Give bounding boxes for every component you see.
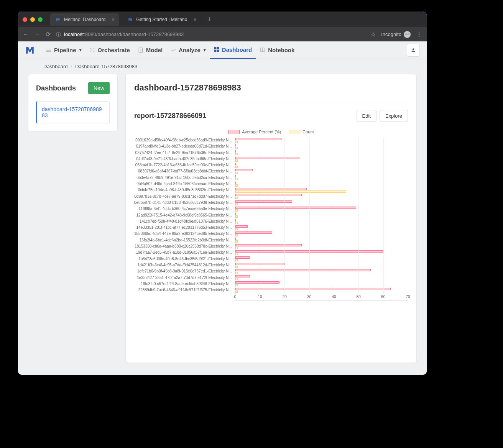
bar-avg-percent[interactable] — [235, 256, 250, 259]
url-field[interactable]: ⓘ localhost:8080/dashboard/dashboard-157… — [56, 31, 365, 38]
maximize-window-button[interactable] — [38, 17, 43, 22]
nav-analyze[interactable]: Analyze▾ — [166, 41, 210, 59]
tab-close-icon[interactable]: × — [112, 16, 115, 23]
bar-count[interactable] — [235, 272, 238, 274]
bar-avg-percent[interactable] — [235, 244, 302, 246]
bar-avg-percent[interactable] — [235, 219, 236, 222]
new-tab-button[interactable]: + — [207, 15, 212, 23]
explore-button[interactable]: Explore — [380, 110, 408, 122]
bar-count[interactable] — [235, 278, 238, 280]
dashboard-list-item[interactable]: dashboard-1572878698983 — [36, 101, 110, 123]
back-button[interactable]: ← — [23, 31, 29, 38]
new-dashboard-button[interactable]: New — [88, 82, 110, 94]
bar-avg-percent[interactable] — [235, 200, 292, 203]
grid-line — [309, 137, 310, 293]
grid-line — [284, 137, 285, 293]
nav-pipeline[interactable]: Pipeline▾ — [42, 41, 85, 59]
bar-avg-percent[interactable] — [235, 225, 248, 228]
nav-notebook[interactable]: Notebook — [256, 41, 298, 59]
bar-row — [235, 206, 408, 212]
edit-button[interactable]: Edit — [357, 110, 376, 122]
close-window-button[interactable] — [23, 17, 27, 22]
browser-tab-active[interactable]: M Meltano: Dashboard × — [50, 13, 119, 26]
bar-avg-percent[interactable] — [235, 144, 236, 146]
tab-bar: M Meltano: Dashboard × M Getting Started… — [18, 11, 427, 27]
bar-count[interactable] — [235, 209, 238, 212]
bar-count[interactable] — [235, 166, 238, 168]
x-axis: 010203040506070 — [235, 293, 408, 300]
bar-avg-percent[interactable] — [235, 269, 371, 271]
bar-avg-percent[interactable] — [235, 188, 307, 190]
bar-count[interactable] — [235, 184, 238, 187]
bar-count[interactable] — [235, 284, 238, 286]
y-axis-label: 0b3e4a72-48b9-491e-91cf-160dcfe5d2ca-Ele… — [134, 175, 232, 181]
forward-button[interactable]: → — [34, 31, 40, 38]
bar-avg-percent[interactable] — [235, 207, 356, 209]
bar-count[interactable] — [235, 197, 238, 199]
bar-avg-percent[interactable] — [235, 175, 236, 177]
legend-item[interactable]: Average Percent (%) — [228, 130, 281, 134]
bar-count[interactable] — [235, 178, 238, 180]
legend-item[interactable]: Count — [289, 130, 314, 134]
bar-count[interactable] — [235, 290, 238, 293]
tab-close-icon[interactable]: × — [193, 16, 196, 23]
svg-rect-10 — [214, 47, 216, 49]
browser-menu-button[interactable]: ⋮ — [416, 31, 422, 38]
bar-avg-percent[interactable] — [235, 157, 299, 159]
report-title: report-1572878666091 — [134, 112, 206, 120]
nav-dashboard[interactable]: Dashboard — [210, 41, 256, 59]
bar-avg-percent[interactable] — [235, 182, 236, 184]
minimize-window-button[interactable] — [30, 17, 35, 22]
bar-row — [235, 225, 408, 231]
tab-title: Getting Started | Meltano — [136, 17, 187, 22]
bar-avg-percent[interactable] — [235, 275, 250, 277]
svg-rect-13 — [217, 50, 219, 52]
bar-count[interactable] — [235, 259, 238, 261]
bar-row — [235, 194, 408, 200]
bar-count[interactable] — [235, 159, 238, 162]
svg-rect-0 — [46, 49, 51, 49]
bar-avg-percent[interactable] — [235, 213, 236, 215]
bar-avg-percent[interactable] — [235, 169, 253, 171]
browser-tab[interactable]: M Getting Started | Meltano × — [122, 13, 201, 26]
sidebar-title: Dashboards — [36, 84, 76, 92]
bar-count[interactable] — [235, 222, 238, 224]
bar-count[interactable] — [235, 141, 238, 143]
bar-count[interactable] — [235, 266, 238, 268]
bar-count[interactable] — [235, 228, 238, 230]
y-axis-labels: 0001639d-d58c-40f4-98db-c25ebcd36ad9-Ele… — [134, 137, 235, 300]
bar-count[interactable] — [235, 153, 238, 155]
bar-avg-percent[interactable] — [235, 194, 302, 196]
divider — [134, 102, 408, 102]
bar-avg-percent[interactable] — [235, 238, 236, 240]
bar-count[interactable] — [235, 240, 238, 243]
breadcrumb-item[interactable]: Dashboard — [43, 64, 68, 69]
bar-count[interactable] — [235, 215, 238, 218]
user-menu-button[interactable] — [407, 44, 420, 57]
bar-row — [235, 162, 408, 168]
bar-avg-percent[interactable] — [235, 163, 236, 165]
bar-count[interactable] — [235, 190, 347, 193]
y-axis-label: 11f8ff9a-6ef1-4ddc-b360-4c7eaae85a0e-Ele… — [134, 206, 232, 212]
bar-avg-percent[interactable] — [235, 231, 273, 234]
bar-avg-percent[interactable] — [235, 288, 391, 290]
bar-avg-percent[interactable] — [235, 281, 280, 284]
reload-button[interactable]: ⟳ — [46, 31, 51, 38]
y-axis-label: 1e383427-3851-47f2-a2a7-70d7d7fe172f-Ele… — [134, 275, 232, 281]
bar-row — [235, 218, 408, 225]
grid-line — [334, 137, 334, 293]
bar-avg-percent[interactable] — [235, 150, 236, 153]
bar-count[interactable] — [235, 247, 238, 249]
bar-count[interactable] — [235, 253, 238, 255]
bar-count[interactable] — [235, 172, 238, 174]
bar-count[interactable] — [235, 203, 238, 205]
y-axis-label: 12ad822f-7515-4e42-a748-9c68ef9c8565-Ele… — [134, 212, 232, 218]
nav-orchestrate[interactable]: Orchestrate — [85, 41, 134, 59]
bookmark-star-icon[interactable]: ☆ — [370, 31, 376, 38]
bar-row — [235, 181, 408, 187]
nav-model[interactable]: Model — [134, 41, 166, 59]
bar-count[interactable] — [235, 147, 238, 149]
bar-count[interactable] — [235, 234, 238, 236]
y-axis-label: 14e33351-201f-41bc-af77-ec2031776d53-Ele… — [134, 225, 232, 231]
bar-avg-percent[interactable] — [235, 138, 282, 140]
